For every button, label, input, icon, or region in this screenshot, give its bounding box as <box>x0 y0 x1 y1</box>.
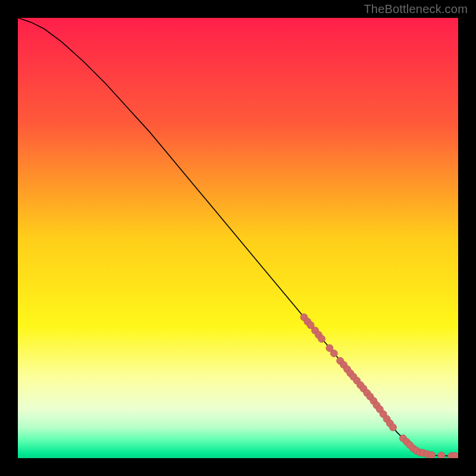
chart-svg <box>18 18 458 458</box>
data-marker <box>330 350 337 357</box>
data-marker <box>318 335 325 342</box>
data-marker <box>452 452 458 458</box>
plot-area <box>18 18 458 458</box>
watermark-text: TheBottleneck.com <box>364 2 468 16</box>
data-marker <box>428 452 436 458</box>
chart-frame: TheBottleneck.com <box>0 0 476 476</box>
data-marker <box>389 424 396 431</box>
data-marker <box>438 452 445 458</box>
